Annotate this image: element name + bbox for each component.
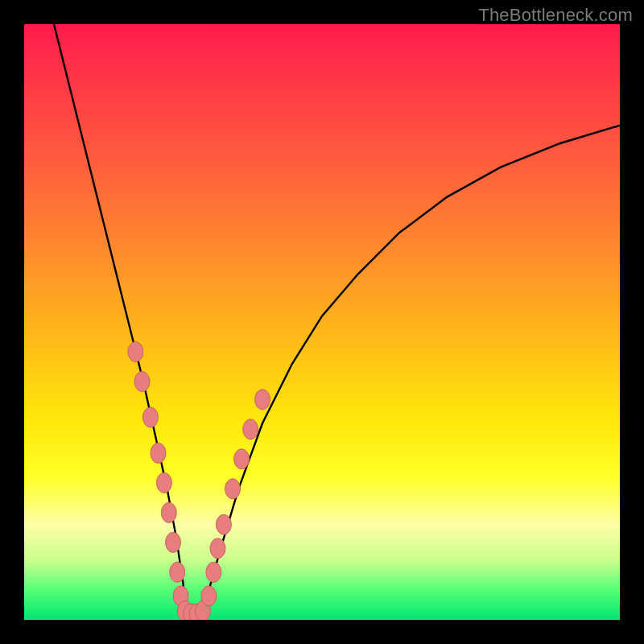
- chart-svg: [24, 24, 620, 620]
- marker-dot: [243, 419, 258, 440]
- marker-dot: [210, 539, 225, 559]
- marker-dot: [151, 443, 166, 463]
- bottleneck-curve: [54, 24, 620, 614]
- watermark-text: TheBottleneck.com: [478, 5, 633, 26]
- marker-dot: [134, 372, 150, 392]
- marker-dot: [142, 407, 158, 427]
- marker-dot: [225, 479, 241, 499]
- plot-area: [24, 24, 620, 620]
- marker-dot: [216, 514, 231, 535]
- curve-markers: [128, 342, 270, 621]
- marker-dot: [161, 502, 176, 522]
- marker-dot: [170, 562, 185, 582]
- marker-dot: [166, 532, 181, 552]
- chart-frame: TheBottleneck.com: [0, 0, 644, 644]
- marker-dot: [156, 473, 171, 493]
- marker-dot: [255, 390, 270, 410]
- marker-dot: [128, 342, 143, 362]
- marker-dot: [234, 449, 250, 469]
- marker-dot: [206, 562, 221, 582]
- marker-dot: [201, 586, 217, 606]
